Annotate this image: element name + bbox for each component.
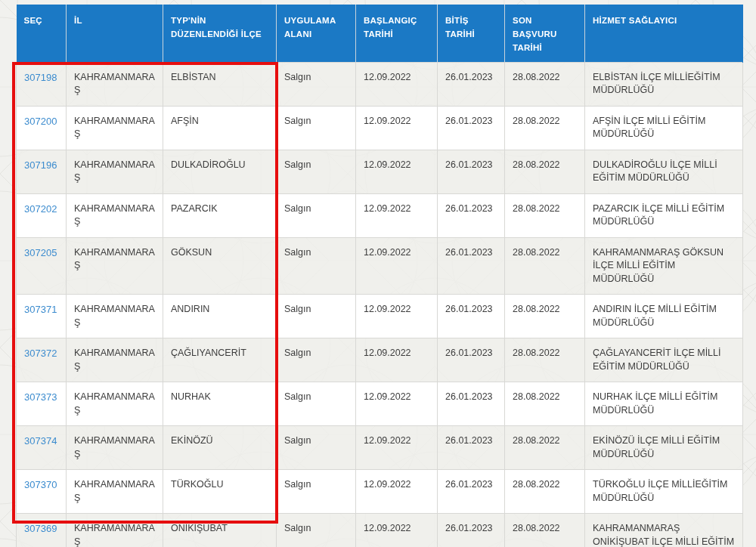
cell-bitis: 26.01.2023: [438, 426, 505, 470]
table-body: 307198KAHRAMANMARAŞELBİSTANSalgın12.09.2…: [17, 62, 743, 547]
cell-ilce: ANDIRIN: [163, 295, 277, 338]
cell-alan: Salgın: [277, 62, 356, 106]
cell-bitis: 26.01.2023: [438, 237, 505, 295]
cell-ilce: TÜRKOĞLU: [163, 470, 277, 514]
cell-baslangic: 12.09.2022: [356, 382, 438, 426]
cell-baslangic: 12.09.2022: [356, 150, 438, 193]
cell-alan: Salgın: [277, 426, 356, 470]
cell-ilce: ELBİSTAN: [163, 62, 277, 106]
cell-sec: 307198: [17, 62, 67, 106]
cell-son_basvuru: 28.08.2022: [505, 470, 585, 514]
column-header-label: HİZMET SAĞLAYICI: [593, 16, 677, 25]
column-header-alan: UYGULAMA ALANI: [277, 5, 356, 62]
program-id-link[interactable]: 307198: [24, 72, 57, 83]
cell-alan: Salgın: [277, 382, 356, 426]
cell-son_basvuru: 28.08.2022: [505, 514, 585, 547]
cell-saglayici: ANDIRIN İLÇE MİLLİ EĞİTİM MÜDÜRLÜĞÜ: [585, 295, 743, 338]
cell-il: KAHRAMANMARAŞ: [67, 237, 163, 295]
program-id-link[interactable]: 307371: [24, 304, 57, 315]
column-header-label: İL: [74, 16, 82, 25]
program-id-link[interactable]: 307196: [24, 159, 57, 171]
cell-baslangic: 12.09.2022: [356, 295, 438, 338]
cell-alan: Salgın: [277, 514, 356, 547]
program-id-link[interactable]: 307202: [24, 203, 57, 215]
cell-son_basvuru: 28.08.2022: [505, 426, 585, 470]
cell-baslangic: 12.09.2022: [356, 426, 438, 470]
table-row: 307370KAHRAMANMARAŞTÜRKOĞLUSalgın12.09.2…: [17, 470, 743, 514]
cell-bitis: 26.01.2023: [438, 106, 505, 150]
table-row: 307198KAHRAMANMARAŞELBİSTANSalgın12.09.2…: [17, 62, 743, 106]
cell-son_basvuru: 28.08.2022: [505, 338, 585, 382]
cell-saglayici: DULKADİROĞLU İLÇE MİLLİ EĞİTİM MÜDÜRLÜĞÜ: [585, 150, 743, 193]
column-header-saglayici: HİZMET SAĞLAYICI: [585, 5, 743, 62]
cell-sec: 307202: [17, 193, 67, 237]
column-header-sec: SEÇ: [17, 5, 67, 62]
column-header-label: SON BAŞVURU TARİHİ: [513, 14, 561, 54]
cell-alan: Salgın: [277, 193, 356, 237]
cell-son_basvuru: 28.08.2022: [505, 382, 585, 426]
cell-sec: 307370: [17, 470, 67, 514]
cell-alan: Salgın: [277, 150, 356, 193]
cell-ilce: DULKADİROĞLU: [163, 150, 277, 193]
cell-sec: 307369: [17, 514, 67, 547]
cell-alan: Salgın: [277, 237, 356, 295]
results-page: SEÇİLTYP'NİN DÜZENLENDİĞİ İLÇEUYGULAMA A…: [0, 0, 756, 547]
cell-il: KAHRAMANMARAŞ: [67, 193, 163, 237]
table-row: 307202KAHRAMANMARAŞPAZARCIKSalgın12.09.2…: [17, 193, 743, 237]
cell-saglayici: ÇAĞLAYANCERİT İLÇE MİLLİ EĞİTİM MÜDÜRLÜĞ…: [585, 338, 743, 382]
column-header-label: SEÇ: [24, 16, 42, 25]
program-id-link[interactable]: 307369: [24, 523, 57, 534]
program-id-link[interactable]: 307200: [24, 116, 57, 127]
cell-il: KAHRAMANMARAŞ: [67, 426, 163, 470]
cell-saglayici: NURHAK İLÇE MİLLİ EĞİTİM MÜDÜRLÜĞÜ: [585, 382, 743, 426]
cell-bitis: 26.01.2023: [438, 470, 505, 514]
cell-saglayici: PAZARCIK İLÇE MİLLİ EĞİTİM MÜDÜRLÜĞÜ: [585, 193, 743, 237]
cell-sec: 307205: [17, 237, 67, 295]
cell-il: KAHRAMANMARAŞ: [67, 382, 163, 426]
cell-bitis: 26.01.2023: [438, 382, 505, 426]
cell-baslangic: 12.09.2022: [356, 514, 438, 547]
cell-son_basvuru: 28.08.2022: [505, 62, 585, 106]
table-row: 307371KAHRAMANMARAŞANDIRINSalgın12.09.20…: [17, 295, 743, 338]
cell-bitis: 26.01.2023: [438, 150, 505, 193]
cell-baslangic: 12.09.2022: [356, 106, 438, 150]
cell-bitis: 26.01.2023: [438, 338, 505, 382]
cell-sec: 307373: [17, 382, 67, 426]
cell-baslangic: 12.09.2022: [356, 62, 438, 106]
cell-sec: 307200: [17, 106, 67, 150]
cell-son_basvuru: 28.08.2022: [505, 150, 585, 193]
table-row: 307200KAHRAMANMARAŞAFŞİNSalgın12.09.2022…: [17, 106, 743, 150]
column-header-label: BAŞLANGIÇ TARİHİ: [364, 16, 417, 39]
cell-son_basvuru: 28.08.2022: [505, 106, 585, 150]
table-header: SEÇİLTYP'NİN DÜZENLENDİĞİ İLÇEUYGULAMA A…: [17, 5, 743, 62]
program-id-link[interactable]: 307374: [24, 435, 57, 447]
table-row: 307205KAHRAMANMARAŞGÖKSUNSalgın12.09.202…: [17, 237, 743, 295]
cell-baslangic: 12.09.2022: [356, 193, 438, 237]
cell-il: KAHRAMANMARAŞ: [67, 106, 163, 150]
cell-ilce: AFŞİN: [163, 106, 277, 150]
column-header-label: UYGULAMA ALANI: [284, 16, 336, 39]
column-header-ilce: TYP'NİN DÜZENLENDİĞİ İLÇE: [163, 5, 277, 62]
cell-ilce: EKİNÖZÜ: [163, 426, 277, 470]
table-row: 307369KAHRAMANMARAŞONİKİŞUBATSalgın12.09…: [17, 514, 743, 547]
cell-ilce: GÖKSUN: [163, 237, 277, 295]
cell-sec: 307372: [17, 338, 67, 382]
cell-il: KAHRAMANMARAŞ: [67, 338, 163, 382]
cell-alan: Salgın: [277, 470, 356, 514]
program-id-link[interactable]: 307370: [24, 479, 57, 490]
cell-ilce: ÇAĞLIYANCERİT: [163, 338, 277, 382]
cell-sec: 307374: [17, 426, 67, 470]
cell-il: KAHRAMANMARAŞ: [67, 295, 163, 338]
cell-alan: Salgın: [277, 338, 356, 382]
table-row: 307372KAHRAMANMARAŞÇAĞLIYANCERİTSalgın12…: [17, 338, 743, 382]
program-id-link[interactable]: 307373: [24, 391, 57, 403]
cell-son_basvuru: 28.08.2022: [505, 295, 585, 338]
cell-il: KAHRAMANMARAŞ: [67, 514, 163, 547]
program-id-link[interactable]: 307205: [24, 247, 57, 258]
table-header-row: SEÇİLTYP'NİN DÜZENLENDİĞİ İLÇEUYGULAMA A…: [17, 5, 743, 62]
typ-results-table: SEÇİLTYP'NİN DÜZENLENDİĞİ İLÇEUYGULAMA A…: [16, 5, 743, 547]
cell-saglayici: ELBİSTAN İLÇE MİLLİEĞİTİM MÜDÜRLÜĞÜ: [585, 62, 743, 106]
program-id-link[interactable]: 307372: [24, 348, 57, 359]
cell-il: KAHRAMANMARAŞ: [67, 150, 163, 193]
cell-sec: 307196: [17, 150, 67, 193]
